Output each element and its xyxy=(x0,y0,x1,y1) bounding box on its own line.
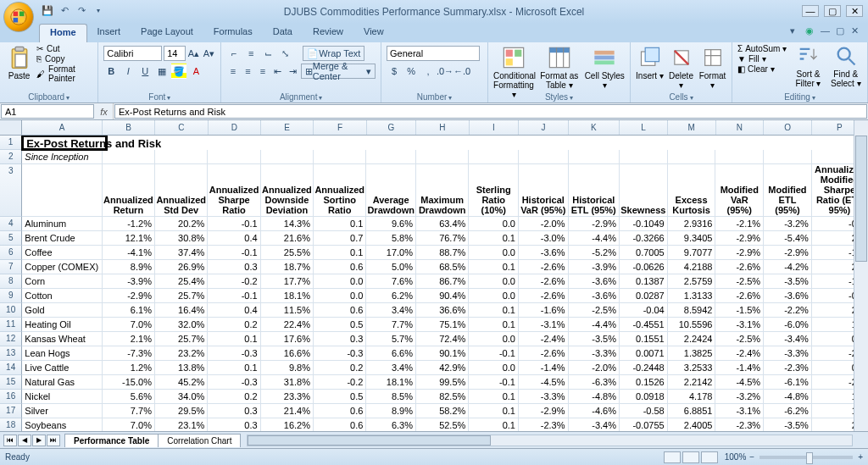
row-header-10[interactable]: 10 xyxy=(0,303,22,318)
find-select-button[interactable]: Find & Select ▾ xyxy=(830,44,862,88)
cell[interactable]: -2.9% xyxy=(715,231,764,246)
row-header-11[interactable]: 11 xyxy=(0,318,22,332)
cell[interactable]: 0.1 xyxy=(208,361,260,375)
cell[interactable]: -4.4% xyxy=(569,318,620,332)
cell[interactable]: 6.2% xyxy=(366,289,416,303)
cell[interactable]: 25.7% xyxy=(155,332,208,346)
qat-redo-icon[interactable]: ↷ xyxy=(75,3,88,17)
cell[interactable]: -3.6% xyxy=(569,274,620,289)
cell[interactable]: -3.2% xyxy=(715,390,764,404)
cell[interactable] xyxy=(570,136,621,150)
cell[interactable]: 0.1 xyxy=(469,318,519,332)
row-header-14[interactable]: 14 xyxy=(0,361,22,375)
border-icon[interactable]: ▦ xyxy=(154,64,170,79)
cell[interactable]: 14.3% xyxy=(261,217,314,231)
cell[interactable]: -2.5% xyxy=(715,274,764,289)
cell[interactable]: -2.9% xyxy=(519,404,569,418)
cell[interactable]: -3.3% xyxy=(569,346,620,361)
cell[interactable]: -4.5% xyxy=(715,375,764,390)
cell[interactable]: 0.0287 xyxy=(620,289,668,303)
column-header-B[interactable]: B xyxy=(103,120,155,135)
cell[interactable]: 0.0 xyxy=(469,217,519,231)
cell[interactable] xyxy=(366,150,416,164)
cell[interactable]: 0.6 xyxy=(314,404,366,418)
cell[interactable]: -7.3% xyxy=(103,346,155,361)
cell[interactable]: -3.6% xyxy=(569,289,620,303)
cell[interactable]: 4.178 xyxy=(668,390,716,404)
cell[interactable]: 21.6% xyxy=(261,231,314,246)
cell[interactable]: -0.1 xyxy=(208,217,260,231)
cell[interactable] xyxy=(469,150,519,164)
cell[interactable]: 88.7% xyxy=(416,246,469,260)
cell[interactable] xyxy=(668,150,716,164)
row-header-7[interactable]: 7 xyxy=(0,260,22,274)
cell[interactable]: -2.6% xyxy=(519,260,569,274)
column-header-E[interactable]: E xyxy=(261,120,314,135)
cell[interactable]: -2.3% xyxy=(519,418,569,431)
cell[interactable]: -5.4% xyxy=(764,231,812,246)
cell[interactable]: 7.7% xyxy=(366,318,416,332)
cell[interactable]: 0.1 xyxy=(314,217,366,231)
comma-icon[interactable]: , xyxy=(420,64,436,79)
cell[interactable]: 16.4% xyxy=(155,303,208,318)
tab-review[interactable]: Review xyxy=(303,24,353,42)
cell[interactable]: -0.3 xyxy=(208,346,260,361)
italic-button[interactable]: I xyxy=(120,64,136,79)
workbook-restore-icon[interactable]: ▢ xyxy=(836,25,848,37)
cell[interactable]: 0.3 xyxy=(208,260,260,274)
align-bottom-icon[interactable]: ⌙ xyxy=(260,46,275,61)
select-all-corner[interactable] xyxy=(0,120,22,135)
font-name-combo[interactable]: Calibri xyxy=(103,46,162,61)
cell[interactable] xyxy=(669,136,716,150)
view-normal-icon[interactable] xyxy=(664,451,681,463)
cell[interactable] xyxy=(621,136,669,150)
cell[interactable]: 3.4% xyxy=(366,361,416,375)
cell[interactable]: 7.0% xyxy=(103,418,155,431)
cell[interactable]: 1.3825 xyxy=(668,346,716,361)
cell[interactable]: 0.7005 xyxy=(620,246,668,260)
row-header-6[interactable]: 6 xyxy=(0,246,22,260)
sheet-tab-performance-table[interactable]: Performance Table xyxy=(64,434,159,447)
cell[interactable]: 45.2% xyxy=(155,375,208,390)
tab-page-layout[interactable]: Page Layout xyxy=(131,24,203,42)
cell[interactable]: -0.1 xyxy=(208,246,260,260)
cell[interactable]: Cotton xyxy=(22,289,102,303)
cell[interactable]: 0.6 xyxy=(314,260,366,274)
row-header-2[interactable]: 2 xyxy=(0,150,22,164)
cell[interactable]: 22.4% xyxy=(261,318,314,332)
cell[interactable]: 5.0% xyxy=(366,260,416,274)
merge-center-button[interactable]: ⊞ Merge & Center ▾ xyxy=(301,64,376,79)
cell[interactable]: Ex-Post Returns and Risk xyxy=(22,136,107,150)
cell[interactable]: -3.0% xyxy=(519,231,569,246)
cell[interactable]: -0.3 xyxy=(314,346,366,361)
cell[interactable]: 2.9316 xyxy=(668,217,716,231)
cell[interactable]: 0.2 xyxy=(314,361,366,375)
cell[interactable]: -0.3 xyxy=(208,375,260,390)
column-header-L[interactable]: L xyxy=(620,120,668,135)
cell[interactable]: 23.3% xyxy=(261,390,314,404)
cell[interactable]: 29.5% xyxy=(155,404,208,418)
office-button[interactable] xyxy=(3,2,34,32)
cell[interactable]: 90.1% xyxy=(416,346,469,361)
cell[interactable]: 11.5% xyxy=(261,303,314,318)
cut-button[interactable]: ✂Cut xyxy=(36,44,92,53)
cell[interactable]: 0.1 xyxy=(469,260,519,274)
cell[interactable]: -4.1% xyxy=(103,246,155,260)
cell[interactable]: 0.3 xyxy=(314,332,366,346)
cell[interactable]: -3.4% xyxy=(764,332,812,346)
column-header-F[interactable]: F xyxy=(314,120,366,135)
cell[interactable]: Coffee xyxy=(22,246,102,260)
cell[interactable]: 31.8% xyxy=(261,375,314,390)
column-header-G[interactable]: G xyxy=(367,120,417,135)
cell[interactable]: -6.0% xyxy=(764,318,812,332)
cell[interactable]: 32.0% xyxy=(155,318,208,332)
cell[interactable]: 0.5 xyxy=(314,318,366,332)
cell[interactable]: 2.5759 xyxy=(668,274,716,289)
cell[interactable]: 5.8% xyxy=(366,231,416,246)
cell[interactable]: 18.1% xyxy=(366,375,416,390)
cell[interactable]: 30.8% xyxy=(155,231,208,246)
cell[interactable]: -0.2 xyxy=(208,274,260,289)
cell[interactable]: 72.4% xyxy=(416,332,469,346)
cell[interactable]: 0.1 xyxy=(469,303,519,318)
indent-dec-icon[interactable]: ⇤ xyxy=(271,64,285,79)
